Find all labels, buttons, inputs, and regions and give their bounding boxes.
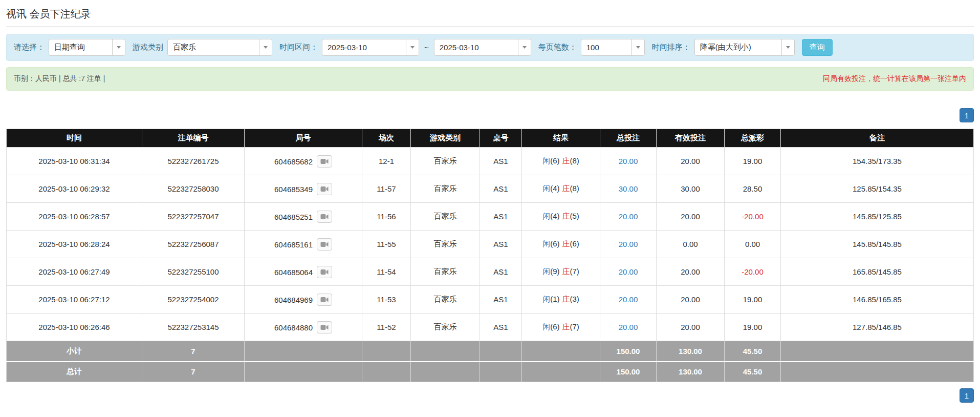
- payout-cell: 28.50: [725, 175, 781, 203]
- total-bet-cell: 30.00: [600, 175, 657, 203]
- player-result: 闲(1): [542, 295, 559, 303]
- session-cell: 11-57: [362, 175, 411, 203]
- total-bet-cell: 20.00: [600, 148, 657, 175]
- session-cell: 11-54: [362, 258, 411, 286]
- banker-result: 庄(7): [562, 322, 579, 331]
- note-cell: 145.85/145.85: [781, 231, 974, 258]
- video-camera-icon: [320, 158, 329, 164]
- total-empty-note: [781, 362, 974, 382]
- table-no-cell: AS1: [480, 175, 522, 203]
- table-row: 2025-03-10 06:27:49 522327255100 6046850…: [7, 258, 974, 286]
- banker-result: 庄(8): [562, 184, 579, 193]
- total-bet-cell: 20.00: [600, 231, 657, 258]
- total-bet-link[interactable]: 20.00: [619, 295, 638, 304]
- table-no-cell: AS1: [480, 231, 522, 258]
- search-button[interactable]: 查询: [802, 39, 833, 56]
- video-camera-icon: [320, 297, 329, 303]
- round-cell: 604685251: [245, 203, 362, 231]
- valid-bet-cell: 20.00: [657, 258, 725, 286]
- video-camera-icon: [320, 324, 329, 330]
- page-size-value: 100: [581, 39, 631, 55]
- chevron-down-icon: [112, 39, 125, 55]
- game-type-cell: 百家乐: [411, 148, 480, 175]
- bet-id-cell: 522327256087: [142, 231, 245, 258]
- subtotal-payout: 45.50: [725, 341, 781, 362]
- video-replay-button[interactable]: [317, 211, 332, 223]
- time-cell: 2025-03-10 06:31:34: [7, 148, 142, 175]
- page-size-dropdown[interactable]: 100: [581, 39, 645, 56]
- time-cell: 2025-03-10 06:28:57: [7, 203, 142, 231]
- date-from-dropdown[interactable]: 2025-03-10: [322, 39, 419, 56]
- query-type-dropdown[interactable]: 日期查询: [49, 39, 125, 56]
- valid-bet-cell: 20.00: [657, 314, 725, 341]
- banker-label: 庄: [562, 267, 570, 276]
- table-no-cell: AS1: [480, 203, 522, 231]
- bet-id-cell: 522327254002: [142, 286, 245, 314]
- banker-result: 庄(5): [562, 212, 579, 220]
- payout-cell: -20.00: [725, 203, 781, 231]
- session-cell: 11-52: [362, 314, 411, 341]
- pagination-top-page-1[interactable]: 1: [960, 108, 974, 122]
- game-type-cell: 百家乐: [411, 175, 480, 203]
- video-replay-button[interactable]: [317, 155, 332, 168]
- table-body: 2025-03-10 06:31:34 522327261725 6046856…: [7, 148, 974, 341]
- col-header-table-no: 桌号: [480, 129, 522, 148]
- player-result: 闲(6): [542, 239, 559, 248]
- video-replay-button[interactable]: [317, 294, 332, 306]
- date-to-dropdown[interactable]: 2025-03-10: [434, 39, 531, 56]
- player-score: (6): [550, 239, 559, 248]
- video-replay-button[interactable]: [317, 266, 332, 278]
- payout-cell: 19.00: [725, 286, 781, 314]
- total-bet-link[interactable]: 20.00: [619, 267, 638, 276]
- total-bet-link[interactable]: 20.00: [619, 157, 638, 165]
- banker-score: (8): [570, 184, 579, 193]
- round-cell: 604684969: [245, 286, 362, 314]
- total-empty-round: [245, 362, 362, 382]
- player-label: 闲: [542, 156, 550, 165]
- total-bet-link[interactable]: 20.00: [619, 212, 638, 221]
- subtotal-empty-game: [411, 341, 480, 362]
- total-bet-link[interactable]: 20.00: [619, 323, 638, 331]
- payout-cell: 0.00: [725, 231, 781, 258]
- video-replay-button[interactable]: [317, 321, 332, 333]
- result-cell: 闲(9)庄(7): [522, 258, 600, 286]
- total-bet-link[interactable]: 20.00: [619, 240, 638, 248]
- session-cell: 12-1: [362, 148, 411, 175]
- total-count: 7: [142, 362, 245, 382]
- round-id: 604685161: [274, 240, 313, 248]
- bet-id-cell: 522327257047: [142, 203, 245, 231]
- col-header-bet-id: 注单编号: [142, 129, 245, 148]
- game-type-dropdown[interactable]: 百家乐: [167, 39, 272, 56]
- sort-order-dropdown[interactable]: 降幂(由大到小): [694, 39, 795, 56]
- subtotal-empty-round: [245, 341, 362, 362]
- valid-bet-cell: 0.00: [657, 231, 725, 258]
- round-id: 604685064: [274, 267, 313, 276]
- table-header-row: 时间 注单编号 局号 场次 游戏类别 桌号 结果 总投注 有效投注 总派彩 备注: [7, 129, 974, 148]
- total-total-bet: 150.00: [600, 362, 657, 382]
- game-type-cell: 百家乐: [411, 258, 480, 286]
- total-bet-cell: 20.00: [600, 314, 657, 341]
- round-cell: 604685682: [245, 148, 362, 175]
- title-divider: [6, 26, 974, 27]
- video-replay-button[interactable]: [317, 238, 332, 251]
- bet-id-cell: 522327261725: [142, 148, 245, 175]
- session-cell: 11-55: [362, 231, 411, 258]
- banker-label: 庄: [562, 156, 570, 165]
- round-cell: 604685064: [245, 258, 362, 286]
- result-cell: 闲(6)庄(7): [522, 314, 600, 341]
- pagination-bottom-page-1[interactable]: 1: [960, 388, 974, 403]
- subtotal-empty-table: [480, 341, 522, 362]
- total-bet-link[interactable]: 30.00: [619, 184, 638, 193]
- table-row: 2025-03-10 06:27:12 522327254002 6046849…: [7, 286, 974, 314]
- banker-score: (8): [570, 156, 579, 165]
- col-header-valid-bet: 有效投注: [657, 129, 725, 148]
- round-id: 604685682: [274, 157, 313, 165]
- col-header-time: 时间: [7, 129, 142, 148]
- date-to-value: 2025-03-10: [434, 39, 518, 55]
- video-camera-icon: [320, 214, 329, 220]
- video-replay-button[interactable]: [317, 183, 332, 195]
- player-score: (6): [550, 156, 559, 165]
- round-id: 604684969: [274, 295, 313, 304]
- player-label: 闲: [542, 212, 550, 220]
- col-header-session: 场次: [362, 129, 411, 148]
